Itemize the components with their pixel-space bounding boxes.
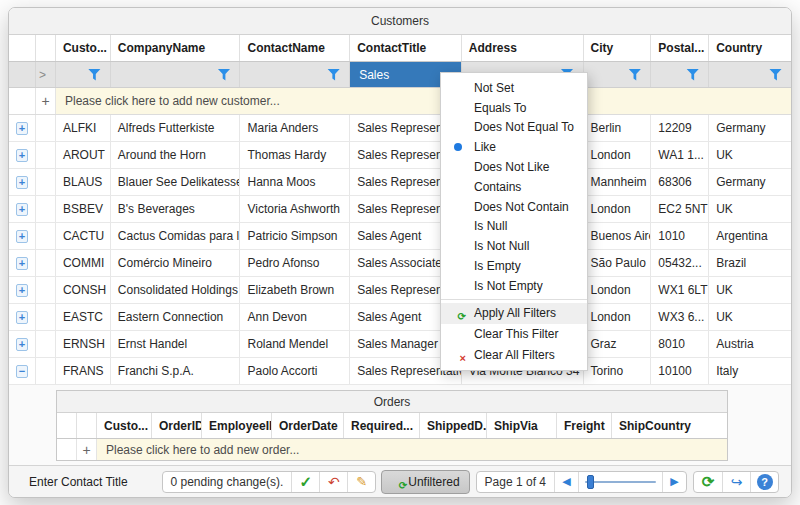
menu-item[interactable]: Contains xyxy=(441,177,587,197)
filter-funnel-icon[interactable] xyxy=(88,69,101,81)
column-header-contactname[interactable]: ContactName xyxy=(240,35,350,61)
filter-cell-country[interactable] xyxy=(709,62,791,87)
column-header-city[interactable]: City xyxy=(584,35,652,61)
expand-toggle[interactable]: + xyxy=(16,230,28,243)
cell-city[interactable]: London xyxy=(584,277,652,303)
orders-column-orderdate[interactable]: OrderDate xyxy=(272,413,344,438)
menu-action-item[interactable]: Apply All Filters xyxy=(441,303,587,324)
expand-toggle[interactable]: + xyxy=(16,203,28,216)
menu-item[interactable]: Is Null xyxy=(441,217,587,237)
filter-cell-contactname[interactable] xyxy=(240,62,350,87)
cell-country[interactable]: UK xyxy=(709,196,791,222)
cell-customerid[interactable]: CONSH xyxy=(56,277,111,303)
cell-customerid[interactable]: EASTC xyxy=(56,304,111,330)
expand-toggle[interactable]: + xyxy=(16,122,28,135)
orders-column-shippeddate[interactable]: ShippedD... xyxy=(420,413,487,438)
cell-contactname[interactable]: Thomas Hardy xyxy=(240,142,350,168)
table-row[interactable]: + CONSH Consolidated Holdings Elizabeth … xyxy=(9,277,791,304)
cell-companyname[interactable]: Eastern Connection xyxy=(111,304,241,330)
page-slider[interactable] xyxy=(578,472,662,492)
cell-customerid[interactable]: BLAUS xyxy=(56,169,111,195)
expand-toggle[interactable]: + xyxy=(16,176,28,189)
next-page-button[interactable]: ▶ xyxy=(662,472,686,492)
menu-action-item[interactable]: Clear This Filter xyxy=(441,324,587,345)
cell-contactname[interactable]: Patricio Simpson xyxy=(240,223,350,249)
filter-cell-city[interactable] xyxy=(584,62,652,87)
cell-postal[interactable]: WX1 6LT xyxy=(651,277,709,303)
redirect-button[interactable]: ↪ xyxy=(722,472,750,492)
cell-postal[interactable]: 68306 xyxy=(651,169,709,195)
menu-item[interactable]: Like xyxy=(441,137,587,157)
slider-thumb[interactable] xyxy=(587,475,594,489)
refresh-button[interactable]: ⟳ xyxy=(694,472,722,492)
add-new-customer-label[interactable]: Please click here to add new customer... xyxy=(56,88,791,114)
cell-postal[interactable]: 8010 xyxy=(651,331,709,357)
orders-column-shipcountry[interactable]: ShipCountry xyxy=(612,413,727,438)
orders-column-shipvia[interactable]: ShipVia xyxy=(487,413,557,438)
orders-column-customer[interactable]: Custo... xyxy=(97,413,152,438)
cell-customerid[interactable]: CACTU xyxy=(56,223,111,249)
filter-funnel-icon[interactable] xyxy=(686,69,699,81)
cell-companyname[interactable]: Alfreds Futterkiste xyxy=(111,115,241,141)
cell-country[interactable]: UK xyxy=(709,142,791,168)
table-row[interactable]: + AROUT Around the Horn Thomas Hardy Sal… xyxy=(9,142,791,169)
unfiltered-button[interactable]: ⟳ Unfiltered xyxy=(381,470,469,494)
cell-country[interactable]: Brazil xyxy=(709,250,791,276)
filter-cell-postal[interactable] xyxy=(651,62,709,87)
cell-postal[interactable]: 12209 xyxy=(651,115,709,141)
cell-contactname[interactable]: Victoria Ashworth xyxy=(240,196,350,222)
cell-companyname[interactable]: B's Beverages xyxy=(111,196,241,222)
table-row[interactable]: + ERNSH Ernst Handel Roland Mendel Sales… xyxy=(9,331,791,358)
column-header-customerid[interactable]: Custo... xyxy=(56,35,111,61)
orders-column-employeeid[interactable]: EmployeeID xyxy=(202,413,272,438)
menu-item[interactable]: Equals To xyxy=(441,98,587,118)
cell-companyname[interactable]: Cactus Comidas para l... xyxy=(111,223,241,249)
filter-funnel-icon[interactable] xyxy=(327,69,340,81)
cell-contactname[interactable]: Roland Mendel xyxy=(240,331,350,357)
cell-contactname[interactable]: Hanna Moos xyxy=(240,169,350,195)
edit-record-button[interactable]: ✎ xyxy=(347,472,375,492)
cell-country[interactable]: Germany xyxy=(709,169,791,195)
cell-city[interactable]: São Paulo xyxy=(584,250,652,276)
cell-postal[interactable]: 05432... xyxy=(651,250,709,276)
cell-contactname[interactable]: Paolo Accorti xyxy=(240,358,350,384)
column-header-postal[interactable]: Postal... xyxy=(651,35,709,61)
column-header-companyname[interactable]: CompanyName xyxy=(111,35,241,61)
table-row[interactable]: + CACTU Cactus Comidas para l... Patrici… xyxy=(9,223,791,250)
cell-city[interactable]: London xyxy=(584,196,652,222)
menu-item[interactable]: Does Not Like xyxy=(441,157,587,177)
menu-item[interactable]: Does Not Equal To xyxy=(441,118,587,138)
cell-postal[interactable]: EC2 5NT xyxy=(651,196,709,222)
menu-item[interactable]: Is Not Empty xyxy=(441,276,587,296)
expand-toggle[interactable]: + xyxy=(16,338,28,351)
filter-cell-companyname[interactable] xyxy=(111,62,241,87)
cell-country[interactable]: UK xyxy=(709,304,791,330)
cell-contactname[interactable]: Ann Devon xyxy=(240,304,350,330)
cell-city[interactable]: London xyxy=(584,304,652,330)
cell-country[interactable]: UK xyxy=(709,277,791,303)
cell-city[interactable]: Graz xyxy=(584,331,652,357)
cell-contactname[interactable]: Elizabeth Brown xyxy=(240,277,350,303)
column-header-country[interactable]: Country xyxy=(709,35,791,61)
cell-country[interactable]: Germany xyxy=(709,115,791,141)
cell-country[interactable]: Austria xyxy=(709,331,791,357)
orders-column-orderid[interactable]: OrderID xyxy=(152,413,202,438)
cell-customerid[interactable]: BSBEV xyxy=(56,196,111,222)
orders-column-freight[interactable]: Freight xyxy=(557,413,612,438)
cell-contactname[interactable]: Pedro Afonso xyxy=(240,250,350,276)
cell-customerid[interactable]: ALFKI xyxy=(56,115,111,141)
table-row[interactable]: + EASTC Eastern Connection Ann Devon Sal… xyxy=(9,304,791,331)
table-row[interactable]: + BLAUS Blauer See Delikatessen Hanna Mo… xyxy=(9,169,791,196)
cell-city[interactable]: London xyxy=(584,142,652,168)
filter-cell-customerid[interactable] xyxy=(56,62,111,87)
menu-action-item[interactable]: Clear All Filters xyxy=(441,344,587,365)
expand-toggle[interactable]: − xyxy=(16,365,28,378)
menu-item[interactable]: Is Not Null xyxy=(441,236,587,256)
cell-city[interactable]: Berlin xyxy=(584,115,652,141)
expand-toggle[interactable]: + xyxy=(16,311,28,324)
table-row[interactable]: − FRANS Franchi S.p.A. Paolo Accorti Sal… xyxy=(9,358,791,385)
cell-city[interactable]: Buenos Aires xyxy=(584,223,652,249)
table-row[interactable]: + BSBEV B's Beverages Victoria Ashworth … xyxy=(9,196,791,223)
reject-changes-button[interactable]: ↶ xyxy=(319,472,347,492)
accept-changes-button[interactable]: ✓ xyxy=(291,472,319,492)
